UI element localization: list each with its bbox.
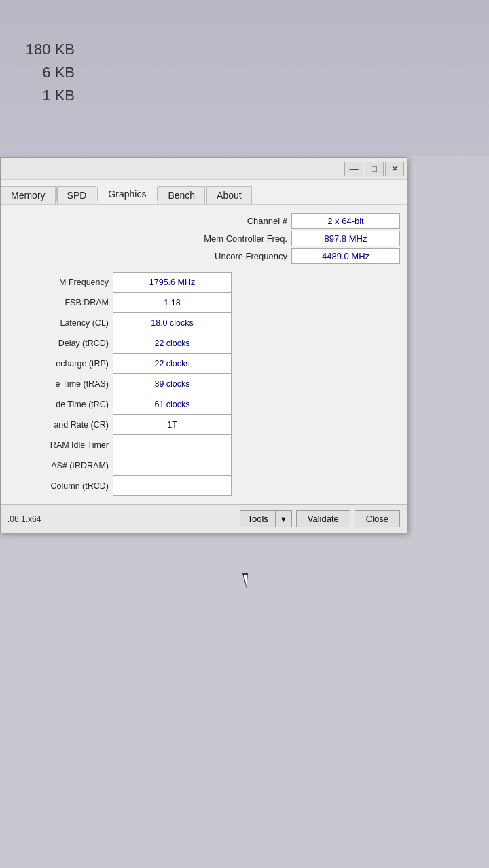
close-window-button[interactable]: ✕ <box>385 162 404 176</box>
value-6: 61 clocks <box>113 394 232 415</box>
validate-button[interactable]: Validate <box>296 510 350 527</box>
value-8 <box>113 435 232 455</box>
label-7: and Rate (CR) <box>7 415 113 435</box>
uncore-value: 4489.0 MHz <box>291 248 400 264</box>
label-6: de Time (tRC) <box>7 394 113 415</box>
channel-value: 2 x 64-bit <box>291 213 400 229</box>
tab-bench[interactable]: Bench <box>158 186 205 204</box>
timing-values: 1795.6 MHz 1:18 18.0 clocks 22 clocks 22… <box>113 272 232 496</box>
title-bar: — □ ✕ <box>1 158 407 180</box>
desktop-background: 180 KB 6 KB 1 KB <box>0 0 489 156</box>
timing-table: M Frequency FSB:DRAM Latency (CL) Delay … <box>7 272 400 496</box>
label-2: Latency (CL) <box>7 313 113 333</box>
size-label-1: 180 KB <box>26 41 75 58</box>
label-1: FSB:DRAM <box>7 293 113 313</box>
size-label-3: 1 KB <box>42 87 75 105</box>
label-4: echarge (tRP) <box>7 354 113 374</box>
label-8: RAM Idle Timer <box>7 435 113 455</box>
tab-graphics[interactable]: Graphics <box>98 185 156 204</box>
tab-spd[interactable]: SPD <box>57 186 97 204</box>
close-button[interactable]: Close <box>355 510 400 527</box>
uncore-row: Uncore Frequency 4489.0 MHz <box>7 248 400 264</box>
value-9 <box>113 455 232 476</box>
channel-row: Channel # 2 x 64-bit <box>7 213 400 229</box>
value-7: 1T <box>113 415 232 435</box>
size-label-2: 6 KB <box>42 64 75 81</box>
minimize-button[interactable]: — <box>344 162 363 176</box>
uncore-label: Uncore Frequency <box>151 251 287 261</box>
value-3: 22 clocks <box>113 333 232 354</box>
version-label: .06.1.x64 <box>7 514 236 524</box>
top-info-section: Channel # 2 x 64-bit Mem Controller Freq… <box>7 213 400 264</box>
label-10: Column (tRCD) <box>7 476 113 496</box>
tab-bar: Memory SPD Graphics Bench About <box>1 180 407 205</box>
tab-memory[interactable]: Memory <box>1 186 56 204</box>
label-0: M Frequency <box>7 272 113 293</box>
label-9: AS# (tRDRAM) <box>7 455 113 476</box>
content-area: Channel # 2 x 64-bit Mem Controller Freq… <box>1 205 407 504</box>
mem-ctrl-value: 897.8 MHz <box>291 231 400 246</box>
tools-button[interactable]: Tools <box>240 510 274 527</box>
mem-ctrl-row: Mem Controller Freq. 897.8 MHz <box>7 231 400 246</box>
value-4: 22 clocks <box>113 354 232 374</box>
bottom-bar: .06.1.x64 Tools ▼ Validate Close <box>1 504 407 533</box>
channel-label: Channel # <box>151 216 287 226</box>
cpu-z-window: — □ ✕ Memory SPD Graphics Bench About Ch… <box>0 157 408 533</box>
value-0: 1795.6 MHz <box>113 272 232 293</box>
value-10 <box>113 476 232 496</box>
value-2: 18.0 clocks <box>113 313 232 333</box>
tools-group: Tools ▼ <box>240 510 291 527</box>
timing-labels: M Frequency FSB:DRAM Latency (CL) Delay … <box>7 272 113 496</box>
label-3: Delay (tRCD) <box>7 333 113 354</box>
tools-dropdown-arrow[interactable]: ▼ <box>275 510 292 527</box>
label-5: e Time (tRAS) <box>7 374 113 394</box>
value-1: 1:18 <box>113 293 232 313</box>
mem-ctrl-label: Mem Controller Freq. <box>151 233 287 244</box>
tab-separator-5 <box>253 187 253 201</box>
value-5: 39 clocks <box>113 374 232 394</box>
tab-about[interactable]: About <box>206 186 252 204</box>
maximize-button[interactable]: □ <box>365 162 384 176</box>
